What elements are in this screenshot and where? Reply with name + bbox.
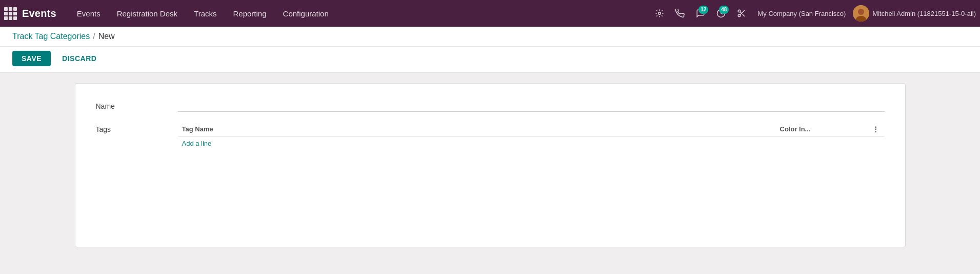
breadcrumb-current: New: [98, 32, 115, 41]
bug-icon-button[interactable]: [651, 5, 668, 22]
svg-point-2: [738, 10, 741, 12]
apps-icon[interactable]: [4, 7, 17, 20]
tags-row: Tags Tag Name Color In... ⋮: [96, 122, 885, 150]
clock-badge: 48: [719, 6, 729, 14]
company-label: My Company (San Francisco): [757, 10, 846, 17]
svg-point-0: [658, 12, 661, 15]
user-label[interactable]: Mitchell Admin (11821551-15-0-all): [872, 10, 976, 17]
breadcrumb-parent[interactable]: Track Tag Categories: [12, 32, 90, 41]
topnav-right: 12 48 My Company (San Francisco) Mitchel…: [651, 5, 976, 22]
name-label: Name: [96, 99, 178, 110]
chat-icon-button[interactable]: 12: [692, 5, 709, 22]
brand-label[interactable]: Events: [22, 8, 56, 19]
nav-item-tracks[interactable]: Tracks: [186, 0, 225, 27]
nav-item-reporting[interactable]: Reporting: [225, 0, 275, 27]
clock-icon-button[interactable]: 48: [712, 5, 730, 22]
tags-table: Tag Name Color In... ⋮: [178, 122, 885, 136]
col-actions-header: ⋮: [868, 122, 885, 136]
kebab-icon[interactable]: ⋮: [872, 125, 879, 133]
tags-table-header: Tag Name Color In... ⋮: [178, 122, 885, 136]
name-field: [178, 99, 885, 112]
discard-button[interactable]: DISCARD: [55, 51, 104, 66]
phone-icon-button[interactable]: [671, 5, 689, 22]
breadcrumb-bar: Track Tag Categories / New: [0, 27, 980, 47]
form-card: Name Tags Tag Name Color In... ⋮: [75, 83, 906, 247]
main-menu: Events Registration Desk Tracks Reportin…: [69, 0, 651, 27]
breadcrumb-separator: /: [93, 32, 95, 41]
tags-field: Tag Name Color In... ⋮ Add a line: [178, 122, 885, 150]
col-tag-name-header: Tag Name: [178, 122, 776, 136]
svg-line-5: [743, 14, 745, 16]
avatar[interactable]: [853, 5, 869, 22]
name-row: Name: [96, 99, 885, 112]
action-bar: SAVE DISCARD: [0, 47, 980, 73]
nav-item-configuration[interactable]: Configuration: [275, 0, 337, 27]
main-content: Name Tags Tag Name Color In... ⋮: [0, 73, 980, 258]
add-line-button[interactable]: Add a line: [178, 136, 216, 150]
topnav: Events Events Registration Desk Tracks R…: [0, 0, 980, 27]
svg-line-6: [741, 12, 742, 13]
svg-point-8: [858, 9, 864, 15]
nav-item-events[interactable]: Events: [69, 0, 109, 27]
save-button[interactable]: SAVE: [12, 51, 51, 66]
scissors-icon-button[interactable]: [733, 5, 750, 22]
tags-label: Tags: [96, 122, 178, 133]
name-input[interactable]: [178, 99, 885, 112]
chat-badge: 12: [698, 6, 708, 14]
nav-item-registration-desk[interactable]: Registration Desk: [109, 0, 186, 27]
svg-point-3: [738, 14, 741, 17]
col-color-header: Color In...: [776, 122, 868, 136]
